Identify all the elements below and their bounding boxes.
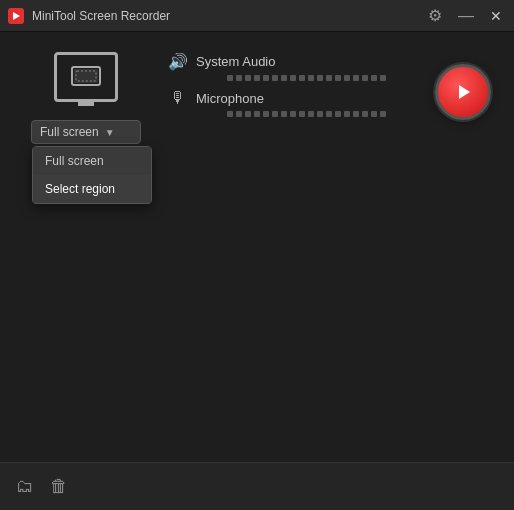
app-title: MiniTool Screen Recorder	[32, 9, 424, 23]
menu-item-fullscreen[interactable]: Full screen	[33, 147, 151, 175]
dropdown-label: Full screen	[40, 125, 99, 139]
delete-button[interactable]: 🗑	[50, 476, 68, 497]
system-audio-row: 🔊 System Audio	[168, 52, 416, 81]
title-bar: MiniTool Screen Recorder ⚙ — ✕	[0, 0, 514, 32]
window-controls: ⚙ — ✕	[424, 6, 506, 25]
menu-item-select-region[interactable]: Select region	[33, 175, 151, 203]
system-audio-meter	[199, 75, 386, 81]
microphone-label: Microphone	[196, 91, 264, 106]
main-content: Full screen ▼ Full screen Select region …	[0, 32, 514, 462]
microphone-icon: 🎙	[168, 89, 188, 107]
record-button[interactable]	[435, 64, 491, 120]
capture-mode-menu: Full screen Select region	[32, 146, 152, 204]
capture-mode-dropdown[interactable]: Full screen ▼	[31, 120, 141, 144]
open-folder-button[interactable]: 🗂	[16, 476, 34, 497]
microphone-row: 🎙 Microphone	[168, 89, 416, 117]
svg-marker-0	[13, 12, 20, 20]
svg-marker-4	[459, 85, 470, 99]
bottom-toolbar: 🗂 🗑	[0, 462, 514, 510]
left-panel: Full screen ▼ Full screen Select region	[16, 44, 156, 450]
screen-preview-icon	[54, 52, 118, 102]
app-logo	[8, 8, 24, 24]
chevron-down-icon: ▼	[105, 127, 115, 138]
record-panel	[428, 44, 498, 450]
audio-panel: 🔊 System Audio 🎙 Microphone	[168, 44, 416, 450]
mic-audio-meter	[199, 111, 386, 117]
minimize-button[interactable]: —	[454, 7, 478, 25]
settings-button[interactable]: ⚙	[424, 6, 446, 25]
system-audio-label: System Audio	[196, 54, 276, 69]
close-button[interactable]: ✕	[486, 8, 506, 24]
speaker-icon: 🔊	[168, 52, 188, 71]
